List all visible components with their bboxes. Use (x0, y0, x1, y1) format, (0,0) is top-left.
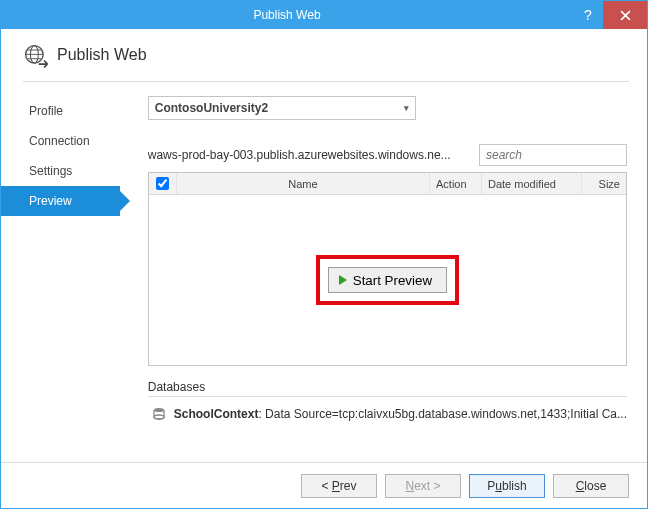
database-text: SchoolContext: Data Source=tcp:claivxu5b… (174, 407, 627, 421)
search-input[interactable] (479, 144, 627, 166)
sidebar-item-settings[interactable]: Settings (1, 156, 120, 186)
profile-selected: ContosoUniversity2 (155, 101, 268, 115)
start-preview-button[interactable]: Start Preview (328, 267, 447, 293)
wizard-sidebar: Profile Connection Settings Preview (1, 82, 120, 433)
help-button[interactable]: ? (573, 1, 603, 29)
table-body: Start Preview (149, 195, 626, 365)
sidebar-item-profile[interactable]: Profile (1, 96, 120, 126)
chevron-down-icon: ▾ (404, 103, 409, 113)
main-panel: ContosoUniversity2 ▾ waws-prod-bay-003.p… (120, 82, 647, 433)
page-title: Publish Web (57, 46, 147, 64)
svg-point-2 (154, 408, 164, 412)
close-window-button[interactable] (603, 1, 647, 29)
dialog-body: Profile Connection Settings Preview Cont… (1, 82, 647, 433)
host-row: waws-prod-bay-003.publish.azurewebsites.… (148, 144, 627, 166)
databases-section: Databases SchoolContext: Data Source=tcp… (148, 380, 627, 421)
sidebar-item-label: Settings (29, 164, 72, 178)
svg-point-3 (154, 415, 164, 419)
databases-heading: Databases (148, 380, 627, 394)
start-preview-label: Start Preview (353, 273, 432, 288)
publish-host: waws-prod-bay-003.publish.azurewebsites.… (148, 148, 469, 162)
column-date[interactable]: Date modified (482, 173, 582, 194)
preview-table: Name Action Date modified Size Start Pre… (148, 172, 627, 366)
dialog-header: Publish Web (1, 29, 647, 77)
column-size[interactable]: Size (582, 173, 626, 194)
play-icon (339, 275, 347, 285)
database-entry: SchoolContext: Data Source=tcp:claivxu5b… (148, 407, 627, 421)
database-icon (152, 407, 166, 421)
column-name[interactable]: Name (177, 173, 430, 194)
globe-arrow-icon (23, 43, 47, 67)
sidebar-item-label: Preview (29, 194, 72, 208)
sidebar-item-preview[interactable]: Preview (1, 186, 120, 216)
sidebar-item-label: Profile (29, 104, 63, 118)
divider (148, 396, 627, 397)
dialog-footer: < Prev Next > Publish Close (1, 462, 647, 508)
database-name: SchoolContext (174, 407, 259, 421)
next-button: Next > (385, 474, 461, 498)
database-conn: : Data Source=tcp:claivxu5bg.database.wi… (258, 407, 627, 421)
annotation-highlight: Start Preview (316, 255, 459, 305)
window-title: Publish Web (1, 8, 573, 22)
prev-button[interactable]: < Prev (301, 474, 377, 498)
titlebar: Publish Web ? (1, 1, 647, 29)
table-header-row: Name Action Date modified Size (149, 173, 626, 195)
sidebar-item-connection[interactable]: Connection (1, 126, 120, 156)
profile-dropdown[interactable]: ContosoUniversity2 ▾ (148, 96, 416, 120)
column-action[interactable]: Action (430, 173, 482, 194)
publish-button[interactable]: Publish (469, 474, 545, 498)
sidebar-item-label: Connection (29, 134, 90, 148)
select-all-header[interactable] (149, 173, 177, 194)
close-button[interactable]: Close (553, 474, 629, 498)
select-all-checkbox[interactable] (156, 177, 169, 190)
close-icon (620, 10, 631, 21)
